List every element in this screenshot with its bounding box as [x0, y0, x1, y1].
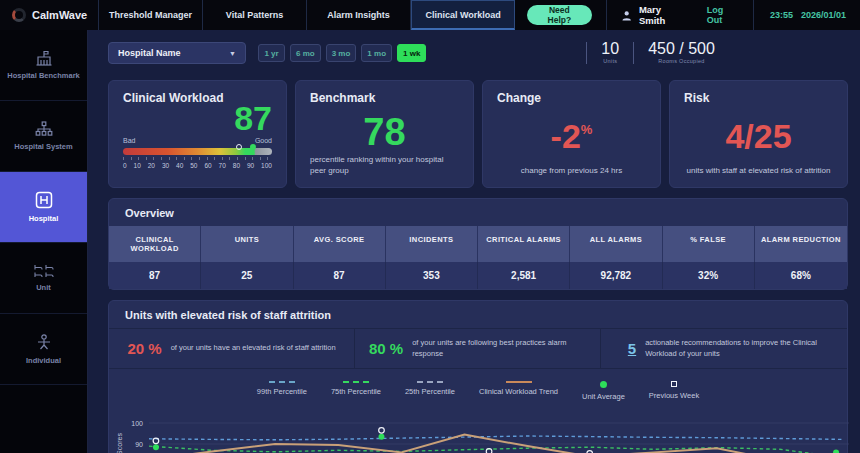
- range-button-6mo[interactable]: 6 mo: [290, 44, 321, 62]
- tab-alarm-insights[interactable]: Alarm Insights: [307, 0, 411, 30]
- attrition-title: Units with elevated risk of staff attrit…: [109, 301, 847, 328]
- hospital-icon: [35, 191, 53, 209]
- overview-table-header: Clinical Workload Units Avg. Score Incid…: [109, 226, 847, 262]
- sidebar-item-unit[interactable]: Unit: [0, 243, 87, 314]
- legend-swatch-dashed-line: [269, 381, 295, 383]
- percent-sign: %: [581, 122, 593, 137]
- table-cell: 32%: [663, 262, 755, 289]
- legend-item-25th-percentile: 25th Percentile: [405, 381, 455, 401]
- attrition-panel: Units with elevated risk of staff attrit…: [108, 300, 848, 453]
- sidebar-item-label: Hospital: [29, 214, 59, 223]
- rooms-label: Rooms Occupied: [658, 59, 704, 65]
- legend-swatch-dashed-line: [343, 381, 369, 383]
- trend-chart-area: 1009080Provider Scores: [109, 409, 847, 453]
- recommendations-link[interactable]: 5: [628, 340, 636, 357]
- benchmark-card: Benchmark 78 percentile ranking within y…: [295, 80, 474, 188]
- risk-card: Risk 4/25 units with staff at elevated r…: [669, 80, 848, 188]
- chevron-down-icon: ▼: [229, 50, 236, 57]
- change-card: Change -2% change from previous 24 hrs: [482, 80, 661, 188]
- range-button-1yr[interactable]: 1 yr: [258, 44, 285, 62]
- user-icon: [621, 9, 632, 22]
- column-header: Avg. Score: [294, 226, 386, 262]
- hospital-stats: 10 Units 450 / 500 Rooms Occupied: [586, 41, 715, 65]
- legend-item-99th-percentile: 99th Percentile: [257, 381, 307, 401]
- sidebar-item-label: Unit: [36, 283, 51, 292]
- legend-item-75th-percentile: 75th Percentile: [331, 381, 381, 401]
- hospital-name-select-value: Hospital Name: [118, 48, 181, 58]
- tab-threshold-manager[interactable]: Threshold Manager: [99, 0, 203, 30]
- logo-text: CalmWave: [32, 9, 87, 21]
- gauge-tick-labels: 0 10 20 30 40 50 60 70 80 90 100: [123, 162, 272, 169]
- time-label: 23:55: [770, 10, 793, 20]
- stat-text: of your units are following best practic…: [412, 338, 586, 359]
- legend-swatch-dot: [600, 381, 607, 388]
- gauge-ticks: [123, 157, 272, 160]
- gauge-good-label: Good: [255, 137, 272, 144]
- tab-vital-patterns[interactable]: Vital Patterns: [203, 0, 307, 30]
- sidebar-item-hospital[interactable]: Hospital: [0, 172, 87, 243]
- divider: [586, 42, 587, 64]
- svg-text:100: 100: [131, 420, 143, 427]
- stat-text: actionable recommendations to improve th…: [645, 338, 820, 359]
- sidebar-item-individual[interactable]: Individual: [0, 314, 87, 385]
- column-header: Units: [201, 226, 293, 262]
- attrition-stat-recommendations: 5 actionable recommendations to improve …: [601, 329, 847, 368]
- table-cell: 25: [201, 262, 293, 289]
- table-cell: 87: [294, 262, 386, 289]
- divider: [633, 42, 634, 64]
- range-button-1wk[interactable]: 1 wk: [397, 44, 426, 62]
- clock: 23:55 2026/01/01: [753, 0, 860, 30]
- gauge-track: [123, 148, 272, 155]
- column-header: Clinical Workload: [109, 226, 201, 262]
- tab-clinical-workload[interactable]: Clinical Workload: [411, 0, 515, 30]
- change-caption: change from previous 24 hrs: [497, 166, 646, 177]
- column-header: % False: [663, 226, 755, 262]
- legend-swatch-square: [671, 381, 677, 387]
- column-header: Critical Alarms: [478, 226, 570, 262]
- overview-title: Overview: [109, 199, 847, 226]
- attrition-stat-best-practices: 80 % of your units are following best pr…: [355, 329, 601, 368]
- hospital-name-select[interactable]: Hospital Name ▼: [108, 42, 246, 64]
- top-bar: CalmWave Threshold Manager Vital Pattern…: [0, 0, 860, 30]
- time-range-group: 1 yr 6 mo 3 mo 1 mo 1 wk: [258, 44, 426, 62]
- individual-person-icon: [35, 333, 53, 351]
- logo[interactable]: CalmWave: [0, 0, 99, 30]
- stat-text: of your units have an elevated risk of s…: [171, 343, 336, 354]
- sidebar-item-hospital-benchmark[interactable]: Hospital Benchmark: [0, 30, 87, 101]
- stat-value: 20 %: [127, 340, 161, 357]
- overview-table-row: 87 25 87 353 2,581 92,782 32% 68%: [109, 262, 847, 289]
- units-label: Units: [603, 59, 617, 65]
- table-cell: 2,581: [478, 262, 570, 289]
- legend-item-unit-average: Unit Average: [582, 381, 625, 401]
- column-header: Incidents: [386, 226, 478, 262]
- calmwave-app: CalmWave Threshold Manager Vital Pattern…: [0, 0, 860, 453]
- attrition-stats-row: 20 % of your units have an elevated risk…: [109, 328, 847, 369]
- sidebar-item-hospital-system[interactable]: Hospital System: [0, 101, 87, 172]
- log-out-link[interactable]: Log Out: [707, 5, 737, 25]
- legend-swatch-dashed-line: [417, 381, 443, 383]
- benchmark-caption: percentile ranking within your hospital …: [310, 155, 459, 177]
- rooms-stat: 450 / 500 Rooms Occupied: [648, 41, 715, 65]
- kpi-cards-row: Clinical Workload 87 Bad Good: [108, 80, 848, 188]
- card-title: Benchmark: [310, 91, 459, 105]
- units-value: 10: [601, 41, 619, 57]
- benchmark-score: 78: [310, 113, 459, 151]
- gauge-benchmark-marker: [236, 144, 242, 150]
- clinical-workload-score: 87: [123, 101, 272, 135]
- risk-caption: units with staff at elevated risk of att…: [684, 166, 833, 177]
- hospital-benchmark-icon: [35, 50, 53, 66]
- need-help-button[interactable]: Need Help?: [527, 5, 591, 25]
- sidebar-item-label: Hospital System: [14, 142, 72, 151]
- card-title: Change: [497, 91, 646, 105]
- svg-text:Provider Scores: Provider Scores: [116, 433, 123, 453]
- table-cell: 87: [109, 262, 201, 289]
- legend-item-previous-week: Previous Week: [649, 381, 699, 401]
- sidebar-item-label: Individual: [26, 356, 61, 365]
- range-button-3mo[interactable]: 3 mo: [326, 44, 357, 62]
- rooms-value: 450 / 500: [648, 41, 715, 57]
- sidebar: Hospital Benchmark Hospital System Hospi…: [0, 30, 88, 453]
- units-stat: 10 Units: [601, 41, 619, 65]
- table-cell: 92,782: [570, 262, 662, 289]
- unit-beds-icon: [34, 264, 54, 278]
- range-button-1mo[interactable]: 1 mo: [361, 44, 392, 62]
